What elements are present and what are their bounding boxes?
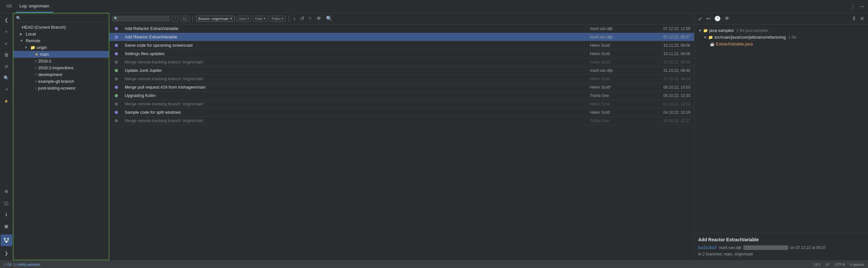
commit-row[interactable]: Settings files updates Helen Scott 10.11… <box>109 50 694 58</box>
line-ending[interactable]: LF <box>826 263 830 266</box>
branch-item-example[interactable]: ⑂ example-git-branch <box>13 78 108 85</box>
branch-icon[interactable]: ⑂ <box>307 15 313 22</box>
minimize-btn[interactable]: ─ <box>859 3 865 10</box>
commit-row[interactable]: Same code for upcoming screencast Helen … <box>109 41 694 50</box>
commit-row[interactable]: Merge pull request #24 from trishagee/ma… <box>109 83 694 91</box>
commit-message: Merge remote-tracking branch 'origin/mai… <box>122 102 590 106</box>
commit-date: 31.10.22, 09:48 <box>648 60 693 64</box>
commit-author: Helen Scott <box>590 60 648 64</box>
commit-row[interactable]: Merge remote-tracking branch 'origin/mai… <box>109 75 694 83</box>
commit-message: Settings files updates <box>122 51 590 56</box>
branch-label-example: example-git-branch <box>38 79 74 84</box>
eye-icon[interactable]: 👁 <box>315 15 323 22</box>
commit-date: 15.09.22, 12:27 <box>648 118 693 123</box>
commit-dot <box>115 111 118 114</box>
commit-author: Helen Scott <box>590 52 648 56</box>
history-btn[interactable]: 🕐 <box>713 15 722 22</box>
file-tree-item-src[interactable]: ▼ 📁 src/main/java/com/jetbrains/refactor… <box>697 34 865 41</box>
commit-row[interactable]: Add Reactor ExtractVariable marit.van.di… <box>109 33 694 41</box>
undo-btn[interactable]: ↩ <box>705 15 712 22</box>
branch-filter-btn[interactable]: Branch: origin/main ✕ <box>196 16 235 22</box>
encoding[interactable]: UTF-8 <box>835 263 845 266</box>
checkout-detail-btn[interactable]: ↙ <box>697 15 704 22</box>
sep2 <box>289 16 289 22</box>
commit-row[interactable]: Merge remote-tracking branch 'origin/mai… <box>109 58 694 66</box>
find-icon[interactable]: 🔍 <box>325 15 334 22</box>
git-branch-status[interactable]: ⑂ Git <box>4 263 11 266</box>
merge-icon[interactable]: ⇄ <box>1 60 12 72</box>
branch-label-local: Local <box>26 32 36 36</box>
commit-row[interactable]: Add Refactor ExtractVariable marit.van.d… <box>109 25 694 33</box>
commit-date: 10.11.22, 09:06 <box>648 43 693 48</box>
branch-search-input[interactable] <box>23 16 106 20</box>
branch-item-2018-2-inspections[interactable]: ⑂ 2018-2-inspections <box>13 64 108 71</box>
screen-icon[interactable]: ◫ <box>1 197 12 209</box>
commit-row[interactable]: Sample code for split windows Helen Scot… <box>109 108 694 116</box>
branch-item-local[interactable]: ▶ Local <box>13 31 108 37</box>
branch-item-development[interactable]: ⑂ development <box>13 71 108 78</box>
commit-detail-author: marit.van.dijk <box>719 245 742 250</box>
case-filter-btn[interactable]: Cc <box>180 16 189 22</box>
commit-row[interactable]: Merge remote-tracking branch 'origin/mai… <box>109 116 694 125</box>
commit-author: marit.van.dijk <box>590 35 648 39</box>
expand-icon-commit[interactable]: › <box>292 15 297 22</box>
commit-dot <box>115 119 118 123</box>
collapse-icon[interactable]: ❮ <box>1 14 12 26</box>
commit-dot <box>115 27 118 30</box>
expand-icon[interactable]: ❯ <box>1 247 12 259</box>
paths-filter-btn[interactable]: Paths ▾ <box>270 16 285 22</box>
commit-dot <box>115 94 118 97</box>
branch-label-2018-2: 2018-2 <box>38 59 51 63</box>
file-tree-item-extract[interactable]: ☕ ExtractVariable.java <box>697 41 865 47</box>
info-icon[interactable]: ℹ <box>1 209 12 220</box>
commit-author: Helen Scott <box>590 43 648 48</box>
sep1 <box>192 16 193 22</box>
commit-date-line: on 07.12.22 at 08:37 <box>790 245 826 250</box>
search-icon[interactable]: 🔍 <box>1 72 12 84</box>
commit-detail-title: Add Reactor ExtractVariable <box>698 237 864 242</box>
tab-git[interactable]: Git <box>3 0 16 12</box>
branch-item-2018-2[interactable]: ⑂ 2018-2 <box>13 58 108 64</box>
commit-date: 10.11.22, 09:06 <box>648 52 693 56</box>
branch-item-head[interactable]: HEAD (Current Branch) <box>13 24 108 31</box>
tab-log[interactable]: Log: origin/main <box>16 0 53 12</box>
commit-message: Upgrading Kotlin <box>122 93 590 98</box>
commit-row[interactable]: Merge remote-tracking branch 'origin/mai… <box>109 100 694 108</box>
search-icon-branches: 🔍 <box>16 16 21 20</box>
star-icon[interactable]: ★ <box>1 95 12 107</box>
commit-search-input[interactable] <box>120 17 158 21</box>
commit-date: 04.10.22, 10:33 <box>648 102 693 106</box>
refresh-icon[interactable]: ↺ <box>299 15 305 22</box>
commit-date: 07.12.22, 08:37 <box>648 35 693 39</box>
commit-message: Sample code for split windows <box>122 110 590 115</box>
commit-date: 31.10.22, 08:40 <box>648 68 693 73</box>
globe-icon[interactable]: ⊕ <box>1 186 12 197</box>
add-branch-icon[interactable]: + <box>1 26 12 37</box>
commit-dot <box>115 77 118 81</box>
branch-item-main[interactable]: ★ main <box>13 51 108 58</box>
commit-row[interactable]: Update Junit Jupiter marit.van.dijk 31.1… <box>109 66 694 75</box>
commit-dot <box>115 35 118 39</box>
view-btn[interactable]: 👁 <box>723 15 731 22</box>
user-filter-btn[interactable]: User ▾ <box>237 16 251 22</box>
folder-icon[interactable]: ▣ <box>1 220 12 232</box>
branch-item-junit[interactable]: ⑂ junit-testing-screenc <box>13 85 108 91</box>
cursor-position[interactable]: 14:1 <box>814 263 820 266</box>
commit-panel: 🔍 .* Cc Branch: origin/main ✕ User ▾ Dat… <box>109 13 694 260</box>
indent[interactable]: 4 spaces <box>850 263 864 266</box>
branch-item-remote[interactable]: ▼ Remote <box>13 37 108 44</box>
branch-item-origin[interactable]: ▼ 📁 origin <box>13 44 108 51</box>
delete-icon[interactable]: 🗑 <box>1 49 12 60</box>
date-filter-btn[interactable]: Date ▾ <box>253 16 268 22</box>
more-options-btn[interactable]: ⋮ <box>849 3 857 10</box>
checkout-icon[interactable]: ↙ <box>1 37 12 49</box>
commit-search-box: 🔍 <box>112 16 170 22</box>
chart-icon[interactable]: ↗ <box>1 84 12 95</box>
regex-filter-btn[interactable]: .* <box>172 16 179 22</box>
collapse-detail-btn[interactable]: ⇕ <box>850 15 858 22</box>
commit-hash-blurred <box>743 245 788 250</box>
commit-row[interactable]: Upgrading Kotlin Trisha Gee 05.10.22, 12… <box>109 91 694 100</box>
git-icon[interactable] <box>1 235 12 246</box>
close-detail-btn[interactable]: ✕ <box>859 15 865 22</box>
file-tree-item-root[interactable]: ▼ 📁 java-samples 1 file java-samples <box>697 27 865 34</box>
